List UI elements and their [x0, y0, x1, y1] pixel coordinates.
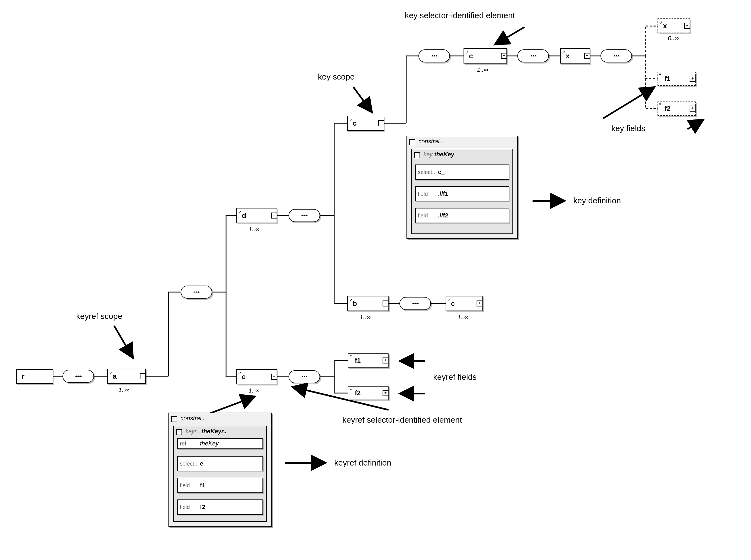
- keyref-field1-row[interactable]: field f1: [177, 478, 263, 493]
- panel-title: constrai..: [419, 138, 443, 145]
- row-value: f1: [200, 482, 206, 489]
- row-key: select..: [180, 461, 197, 467]
- ref-icon: ↗: [562, 50, 565, 55]
- keyref-header: − keyr.. theKeyr..: [176, 428, 227, 435]
- field-label: f2: [355, 389, 361, 397]
- element-c-selector[interactable]: ↗ c_ −: [464, 48, 507, 63]
- ref-icon: ↗: [349, 117, 352, 122]
- key-inner: − key theKey select.. c_ field .//f1 fie…: [411, 149, 513, 234]
- svg-line-22: [353, 87, 372, 113]
- svg-line-25: [603, 87, 655, 118]
- expand-icon[interactable]: −: [584, 53, 590, 59]
- key-selector-row[interactable]: select.. c_: [415, 164, 509, 180]
- row-value: theKey: [200, 440, 219, 447]
- element-b[interactable]: ↗ b −: [347, 296, 388, 311]
- panel-title: constrai..: [180, 415, 205, 422]
- element-label: x: [663, 22, 667, 30]
- sequence-compositor[interactable]: -•-•-•-: [419, 49, 450, 62]
- key-field1-row[interactable]: field .//f1: [415, 186, 509, 201]
- element-e[interactable]: ↗ e −: [236, 369, 277, 384]
- ref-icon: ↗: [109, 370, 113, 375]
- expand-icon[interactable]: −: [271, 374, 277, 380]
- row-value: c_: [438, 168, 444, 176]
- collapse-icon[interactable]: −: [414, 152, 420, 158]
- row-value: e: [200, 460, 203, 467]
- row-value: .//f1: [438, 190, 448, 197]
- element-c-ref[interactable]: ↗ c +: [446, 296, 483, 311]
- sequence-compositor[interactable]: -•-•-•-: [62, 370, 94, 383]
- element-label: r: [22, 373, 24, 381]
- row-key: select..: [418, 169, 435, 175]
- element-x-optional[interactable]: ↗ x +: [657, 18, 690, 33]
- expand-icon[interactable]: +: [690, 76, 696, 82]
- collapse-icon[interactable]: −: [409, 139, 415, 145]
- type-label: keyr..: [185, 428, 200, 435]
- keyref-selector-row[interactable]: select.. e: [177, 456, 263, 471]
- keyref-name: theKeyr..: [201, 428, 227, 435]
- expand-icon[interactable]: +: [684, 23, 690, 29]
- keyref-inner: − keyr.. theKeyr.. ref. theKey select.. …: [173, 426, 267, 522]
- key-field2-row[interactable]: field .//f2: [415, 208, 509, 223]
- attribute-icon: ≡: [659, 73, 661, 76]
- label-key-scope: key scope: [318, 72, 354, 81]
- key-header: − key theKey: [414, 151, 454, 158]
- expand-icon[interactable]: −: [378, 120, 384, 126]
- sequence-icon: -•-•-•-: [193, 289, 200, 295]
- sequence-icon: -•-•-•-: [431, 54, 438, 58]
- collapse-icon[interactable]: −: [176, 429, 182, 435]
- svg-line-23: [495, 27, 524, 45]
- key-name: theKey: [435, 151, 454, 158]
- expand-icon[interactable]: +: [383, 358, 388, 363]
- expand-icon[interactable]: +: [690, 106, 696, 112]
- row-value: .//f2: [438, 212, 448, 219]
- element-label: d: [242, 212, 246, 220]
- element-c-scope[interactable]: ↗ c −: [347, 116, 384, 131]
- ref-icon: ↗: [349, 298, 352, 303]
- field-label: f1: [355, 357, 361, 364]
- keyref-refer-row[interactable]: ref. theKey: [177, 438, 263, 449]
- element-d[interactable]: ↗ d −: [236, 208, 277, 223]
- occurs-a: 1..∞: [118, 386, 129, 394]
- element-label: x: [566, 52, 570, 60]
- svg-line-16: [114, 326, 133, 358]
- panel-header: − constrai..: [171, 415, 205, 422]
- collapse-icon[interactable]: −: [171, 416, 177, 422]
- ref-icon: ↗: [465, 50, 469, 55]
- sequence-compositor[interactable]: -•-•-•-: [181, 285, 212, 299]
- element-label: c_: [469, 52, 477, 60]
- row-key: field: [180, 504, 190, 510]
- sequence-compositor[interactable]: -•-•-•-: [289, 209, 320, 222]
- occurs-b: 1..∞: [360, 314, 371, 321]
- element-a[interactable]: ↗ a −: [107, 368, 146, 384]
- keyref-field-f2[interactable]: ≡ f2 +: [348, 386, 388, 400]
- label-keyref-definition: keyref definition: [334, 458, 391, 467]
- row-key: field: [180, 482, 190, 488]
- sequence-icon: -•-•-•-: [530, 54, 536, 58]
- diagram-connectors: [0, 0, 751, 560]
- label-key-selector: key selector-identified element: [405, 11, 515, 20]
- keyref-field2-row[interactable]: field f2: [177, 499, 263, 515]
- key-field-f2[interactable]: ≡ f2 +: [657, 101, 696, 116]
- sequence-compositor[interactable]: -•-•-•-: [517, 49, 549, 62]
- key-field-f1[interactable]: ≡ f1 +: [657, 72, 696, 86]
- expand-icon[interactable]: −: [271, 213, 277, 219]
- occurs-c-ref: 1..∞: [458, 314, 468, 321]
- expand-icon[interactable]: −: [501, 53, 507, 59]
- expand-icon[interactable]: −: [383, 300, 388, 306]
- element-r[interactable]: r: [16, 369, 53, 384]
- expand-icon[interactable]: −: [140, 373, 146, 379]
- type-label: key: [423, 151, 432, 158]
- sequence-compositor[interactable]: -•-•-•-: [289, 370, 320, 383]
- row-key: field: [418, 191, 428, 197]
- field-label: f1: [665, 75, 670, 82]
- sequence-compositor[interactable]: -•-•-•-: [600, 49, 632, 62]
- sequence-compositor[interactable]: -•-•-•-: [399, 297, 431, 310]
- keyref-field-f1[interactable]: ≡ f1 +: [348, 354, 388, 367]
- element-x[interactable]: ↗ x −: [560, 48, 590, 63]
- row-value: f2: [200, 503, 206, 511]
- expand-icon[interactable]: +: [477, 300, 483, 306]
- sequence-icon: -•-•-•-: [301, 213, 308, 218]
- sequence-icon: -•-•-•-: [412, 301, 419, 306]
- key-constraint-panel: − constrai.. − key theKey select.. c_ fi…: [406, 136, 518, 239]
- expand-icon[interactable]: +: [383, 390, 388, 396]
